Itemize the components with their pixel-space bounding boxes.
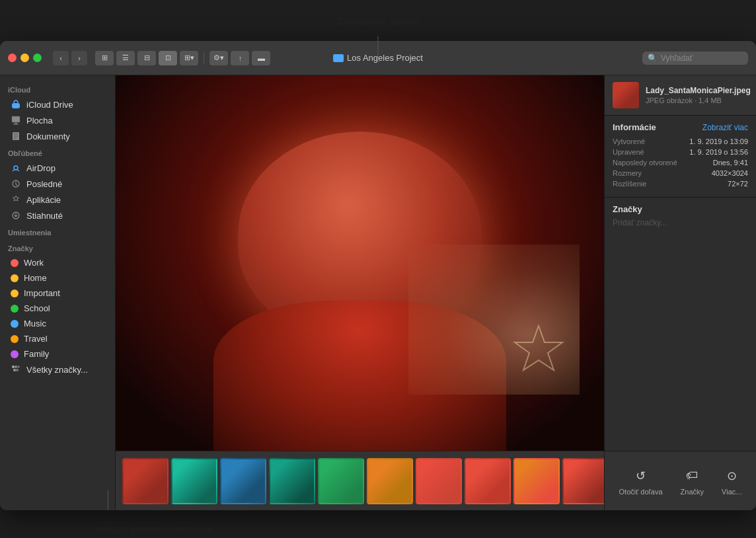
- svg-rect-1: [12, 116, 20, 122]
- thumbnail-5[interactable]: [318, 458, 364, 504]
- right-panel: Lady_SantaMonicaPier.jpeg JPEG obrázok ·…: [604, 75, 756, 510]
- sidebar: iCloud iCloud Drive: [0, 75, 116, 510]
- thumbnail-2[interactable]: [171, 458, 217, 504]
- photo-star-decoration: [512, 323, 565, 375]
- sidebar-item-dokumenty[interactable]: Dokumenty: [3, 128, 112, 144]
- search-box[interactable]: 🔍 Vyhľadať: [642, 52, 748, 65]
- stiahnte-label: Stiahnuté: [26, 211, 63, 221]
- more-action[interactable]: ⊙ Viac...: [722, 467, 741, 496]
- airdrop-icon: [11, 163, 21, 173]
- important-tag-label: Important: [24, 288, 60, 298]
- toolbar-right: 🔍 Vyhľadať: [642, 52, 748, 65]
- travel-tag-dot: [11, 335, 19, 343]
- icloud-drive-label: iCloud Drive: [26, 100, 73, 110]
- view-columns-button[interactable]: ⊟: [137, 51, 156, 65]
- sidebar-item-family[interactable]: Family: [3, 346, 112, 362]
- info-header: Informácie Zobraziť viac: [613, 122, 748, 132]
- thumbnail-1[interactable]: [122, 458, 169, 504]
- rozlisenie-value: 72×72: [728, 180, 748, 188]
- sidebar-item-posledne[interactable]: Posledné: [3, 176, 112, 192]
- file-name-info: Lady_SantaMonicaPier.jpeg JPEG obrázok ·…: [646, 86, 751, 104]
- tags-action[interactable]: 🏷 Značky: [681, 467, 704, 496]
- sidebar-item-music[interactable]: Music: [3, 316, 112, 331]
- school-tag-label: School: [24, 303, 50, 313]
- view-icons-button[interactable]: ⊞: [95, 51, 114, 65]
- rozmery-label: Rozmery: [613, 169, 642, 177]
- file-name: Lady_SantaMonicaPier.jpeg: [646, 86, 751, 96]
- view-gallery-button[interactable]: ⊡: [159, 51, 177, 65]
- recents-icon: [11, 178, 21, 189]
- tags-action-label: Značky: [681, 488, 704, 496]
- sidebar-item-school[interactable]: School: [3, 301, 112, 316]
- home-tag-dot: [11, 274, 19, 282]
- sidebar-item-airdrop[interactable]: AirDrop: [3, 160, 112, 176]
- thumbnail-6[interactable]: [367, 458, 413, 504]
- forward-button[interactable]: ›: [71, 51, 87, 65]
- tag-button[interactable]: ▬: [252, 51, 270, 65]
- back-button[interactable]: ‹: [53, 51, 69, 65]
- sidebar-item-all-tags[interactable]: Všetky značky...: [3, 362, 112, 377]
- sidebar-item-stiahnte[interactable]: Stiahnuté: [3, 208, 112, 223]
- info-row-upravene: Upravené 1. 9. 2019 o 13:56: [613, 148, 748, 156]
- documents-icon: [11, 131, 21, 141]
- dokumenty-label: Dokumenty: [26, 132, 70, 141]
- sidebar-item-travel[interactable]: Travel: [3, 331, 112, 346]
- thumbnail-7[interactable]: [416, 458, 462, 504]
- maximize-button[interactable]: [33, 54, 42, 62]
- sidebar-item-work[interactable]: Work: [3, 255, 112, 270]
- tags-icon: 🏷: [683, 467, 701, 485]
- desktop-icon: [11, 115, 21, 126]
- thumbnail-10[interactable]: [562, 458, 604, 504]
- add-tags-input[interactable]: Pridať značky...: [613, 218, 748, 227]
- file-type: JPEG obrázok · 1,4 MB: [646, 96, 751, 104]
- file-info-header: Lady_SantaMonicaPier.jpeg JPEG obrázok ·…: [605, 75, 756, 116]
- gallery-view-label: Zobrazenie galérie: [337, 15, 419, 26]
- sidebar-item-home[interactable]: Home: [3, 270, 112, 286]
- sidebar-section-umiestnenia: Umiestnenia: [0, 223, 115, 239]
- show-more-link[interactable]: Zobraziť viac: [702, 123, 748, 132]
- rozmery-value: 4032×3024: [712, 169, 748, 177]
- svg-point-8: [12, 365, 15, 368]
- view-group-button[interactable]: ⊞▾: [180, 51, 198, 65]
- music-tag-label: Music: [24, 319, 46, 328]
- sidebar-item-icloud-drive[interactable]: iCloud Drive: [3, 96, 112, 112]
- svg-point-11: [13, 369, 16, 371]
- svg-point-9: [15, 365, 17, 368]
- rotate-icon: ↺: [632, 467, 650, 485]
- sidebar-section-icloud: iCloud: [0, 81, 115, 96]
- main-photo: [116, 75, 604, 451]
- folder-icon: [333, 54, 344, 62]
- info-row-rozlisenie: Rozlíšenie 72×72: [613, 180, 748, 188]
- thumbnail-8[interactable]: [465, 458, 511, 504]
- gallery-view-annotation: Zobrazenie galérie: [0, 0, 756, 41]
- sidebar-item-important[interactable]: Important: [3, 286, 112, 301]
- school-tag-dot: [11, 305, 19, 313]
- playback-annotation: Indikátor priebehu prehrávania: [0, 510, 756, 538]
- rotate-action[interactable]: ↺ Otočiť doľava: [619, 467, 663, 496]
- travel-tag-label: Travel: [24, 334, 48, 344]
- finder-window: ‹ › ⊞ ☰ ⊟ ⊡ ⊞▾ ⚙▾ ↑ ▬ Los Angeles Projec…: [0, 41, 756, 510]
- thumbnail-4[interactable]: [269, 458, 315, 504]
- toolbar-separator-1: [204, 52, 204, 64]
- thumbnail-3[interactable]: [220, 458, 266, 504]
- search-icon: 🔍: [648, 54, 658, 63]
- all-tags-label: Všetky značky...: [26, 365, 88, 375]
- family-tag-dot: [11, 350, 19, 358]
- more-label: Viac...: [722, 488, 741, 496]
- minimize-button[interactable]: [20, 54, 29, 62]
- share-button[interactable]: ↑: [231, 51, 249, 65]
- action-button[interactable]: ⚙▾: [209, 51, 228, 65]
- vytvorene-label: Vytvorené: [613, 137, 645, 145]
- sidebar-section-znacky: Značky: [0, 239, 115, 255]
- more-icon: ⊙: [722, 467, 741, 485]
- window-title-area: Los Angeles Project: [333, 53, 423, 63]
- rotate-label: Otočiť doľava: [619, 488, 663, 496]
- thumbnail-9[interactable]: [513, 458, 560, 504]
- aplikacie-label: Aplikácie: [26, 195, 61, 205]
- svg-marker-13: [515, 326, 562, 370]
- tags-title: Značky: [613, 204, 748, 214]
- sidebar-item-plocha[interactable]: Plocha: [3, 112, 112, 128]
- sidebar-item-aplikacie[interactable]: Aplikácie: [3, 192, 112, 208]
- close-button[interactable]: [8, 54, 17, 62]
- view-list-button[interactable]: ☰: [116, 51, 135, 65]
